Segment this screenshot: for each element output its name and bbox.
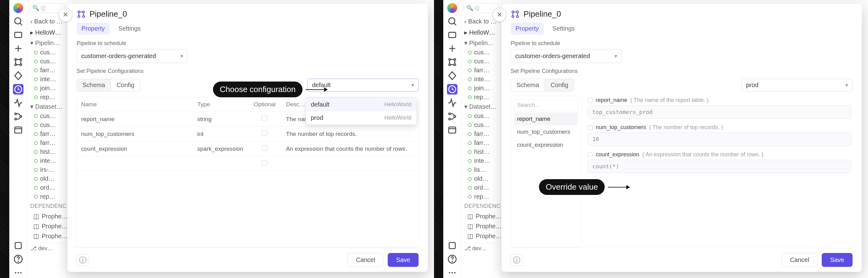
branches-icon[interactable] bbox=[13, 111, 24, 122]
datasets-section[interactable]: ▾ Dataset… bbox=[27, 102, 67, 112]
plus-icon[interactable] bbox=[447, 43, 458, 54]
tree-node[interactable]: lis… bbox=[461, 165, 501, 174]
tree-node[interactable]: hist… bbox=[461, 147, 501, 156]
pipeline-schedule-label: Pipeline to schedule bbox=[76, 40, 418, 47]
pipeline-select[interactable]: customer-orders-generated▾ bbox=[510, 49, 622, 63]
override-checkbox[interactable] bbox=[588, 125, 593, 130]
clock-icon[interactable] bbox=[13, 84, 24, 94]
graph-icon[interactable] bbox=[13, 57, 24, 67]
tree-node[interactable]: farr… bbox=[27, 130, 67, 138]
config-option-prod[interactable]: prodHelloWorld bbox=[306, 111, 416, 124]
search-icon[interactable] bbox=[447, 16, 458, 27]
param-item[interactable]: report_name bbox=[514, 112, 578, 126]
tree-node[interactable]: farr… bbox=[461, 66, 501, 75]
activity-icon[interactable] bbox=[447, 98, 458, 108]
tree-node[interactable]: join… bbox=[461, 84, 501, 93]
cancel-button[interactable]: Cancel bbox=[347, 253, 383, 267]
override-checkbox[interactable] bbox=[588, 152, 593, 157]
tree-node[interactable]: inte… bbox=[27, 75, 67, 84]
activity-icon[interactable] bbox=[13, 98, 24, 108]
diamond-icon[interactable] bbox=[447, 71, 458, 81]
project-name[interactable]: ▸ HelloW… bbox=[461, 27, 501, 38]
tree-node[interactable]: cus… bbox=[27, 120, 67, 130]
tree-node[interactable]: inte… bbox=[461, 75, 501, 84]
branches-icon[interactable] bbox=[447, 111, 458, 122]
close-button[interactable]: ✕ bbox=[59, 8, 72, 22]
diamond-icon[interactable] bbox=[13, 71, 24, 81]
tree-node[interactable]: cus… bbox=[461, 112, 501, 120]
info-button[interactable]: ⓘ bbox=[76, 254, 89, 266]
tree-node[interactable]: inte… bbox=[27, 156, 67, 165]
cancel-button[interactable]: Cancel bbox=[781, 253, 817, 267]
optional-checkbox[interactable] bbox=[262, 130, 267, 136]
optional-checkbox[interactable] bbox=[262, 145, 267, 151]
tree-node[interactable]: inte… bbox=[461, 156, 501, 165]
config-option-default[interactable]: defaultHelloWorld bbox=[306, 98, 416, 111]
tree-node[interactable]: farr… bbox=[27, 66, 67, 75]
more-icon[interactable] bbox=[13, 268, 24, 278]
plus-icon[interactable] bbox=[13, 43, 24, 54]
tab-property[interactable]: Property bbox=[510, 23, 544, 35]
tree-node[interactable]: farr… bbox=[27, 138, 67, 147]
close-button[interactable]: ✕ bbox=[493, 8, 506, 22]
window-icon[interactable] bbox=[13, 125, 24, 135]
box-icon[interactable] bbox=[447, 30, 458, 40]
tree-node[interactable]: join… bbox=[27, 84, 67, 93]
optional-checkbox[interactable] bbox=[262, 115, 267, 121]
clock-icon[interactable] bbox=[447, 84, 458, 94]
config-value-input[interactable]: count(*) bbox=[588, 160, 851, 173]
param-search[interactable]: Search... bbox=[514, 99, 578, 111]
box-icon[interactable] bbox=[13, 30, 24, 40]
window-icon[interactable] bbox=[447, 125, 458, 135]
tree-node[interactable]: farr… bbox=[461, 130, 501, 138]
tree-node[interactable]: old… bbox=[27, 174, 67, 183]
more-icon[interactable] bbox=[447, 268, 458, 278]
tab-settings[interactable]: Settings bbox=[114, 23, 146, 35]
tree-node[interactable]: ord… bbox=[27, 183, 67, 192]
svg-point-32 bbox=[448, 64, 451, 66]
help-icon[interactable] bbox=[13, 254, 24, 265]
schema-tab[interactable]: Schema bbox=[510, 79, 545, 91]
param-item[interactable]: num_top_customers bbox=[514, 126, 578, 138]
tree-node[interactable]: cus… bbox=[461, 48, 501, 57]
tree-node[interactable]: rep… bbox=[461, 93, 501, 102]
pipelines-section[interactable]: ▾ Pipelin… bbox=[27, 38, 67, 48]
configuration-select[interactable]: prod▾ bbox=[741, 79, 852, 91]
tree-node[interactable]: cus… bbox=[461, 57, 501, 66]
optional-checkbox[interactable] bbox=[262, 160, 267, 166]
config-tab[interactable]: Config bbox=[545, 79, 574, 91]
config-tab[interactable]: Config bbox=[111, 79, 140, 91]
pipelines-section[interactable]: ▾ Pipelin… bbox=[461, 38, 501, 48]
tree-node[interactable]: rep… bbox=[461, 192, 501, 201]
project-name[interactable]: ▸ HelloW… bbox=[27, 27, 67, 38]
info-button[interactable]: ⓘ bbox=[510, 254, 523, 266]
tree-node[interactable]: hist… bbox=[27, 147, 67, 156]
help-icon[interactable] bbox=[447, 254, 458, 265]
tree-node[interactable]: old… bbox=[461, 174, 501, 183]
tree-node[interactable]: farr… bbox=[461, 138, 501, 147]
graph-icon[interactable] bbox=[447, 57, 458, 67]
datasets-section[interactable]: ▾ Dataset… bbox=[461, 102, 501, 112]
tree-node[interactable]: cus… bbox=[461, 120, 501, 130]
schema-tab[interactable]: Schema bbox=[76, 79, 111, 91]
override-checkbox[interactable] bbox=[588, 98, 593, 103]
search-icon[interactable] bbox=[13, 16, 24, 27]
square-icon[interactable] bbox=[13, 240, 24, 251]
config-value-input[interactable]: top_customers_prod bbox=[588, 105, 851, 119]
config-value-input[interactable]: 10 bbox=[588, 133, 851, 146]
svg-point-0 bbox=[14, 18, 21, 24]
pipeline-select[interactable]: customer-orders-generated▾ bbox=[76, 49, 188, 63]
save-button[interactable]: Save bbox=[388, 253, 418, 267]
square-icon[interactable] bbox=[447, 240, 458, 251]
save-button[interactable]: Save bbox=[822, 253, 852, 267]
tree-node[interactable]: cus… bbox=[27, 112, 67, 120]
tab-settings[interactable]: Settings bbox=[548, 23, 580, 35]
tree-node[interactable]: irs-… bbox=[27, 165, 67, 174]
tree-node[interactable]: cus… bbox=[27, 57, 67, 66]
param-item[interactable]: count_expression bbox=[514, 138, 578, 151]
tab-property[interactable]: Property bbox=[76, 23, 110, 35]
tree-node[interactable]: ord… bbox=[461, 183, 501, 192]
tree-node[interactable]: rep… bbox=[27, 93, 67, 102]
tree-node[interactable]: cus… bbox=[27, 48, 67, 57]
tree-node[interactable]: rep… bbox=[27, 192, 67, 201]
